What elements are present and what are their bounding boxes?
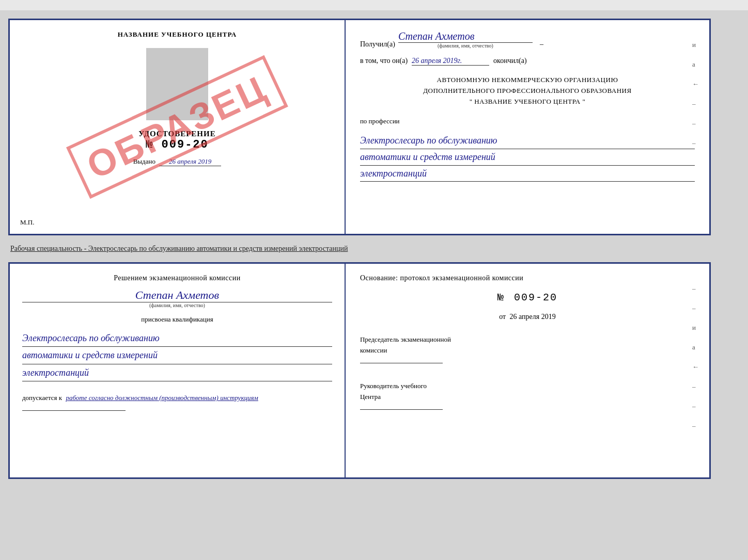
right-edge-marks: и а ← – – – xyxy=(692,41,699,147)
rukovoditel-line2: Центра xyxy=(360,392,695,403)
profession-block: Электрослесарь по обслуживанию автоматик… xyxy=(360,132,695,182)
org-line3: " НАЗВАНИЕ УЧЕБНОГО ЦЕНТРА " xyxy=(360,97,695,107)
mark-arrow: ← xyxy=(692,80,699,88)
mark-dash1: – xyxy=(692,100,699,108)
cert-date: 26 апреля 2019г. xyxy=(412,57,489,66)
predsedatel-line1: Председатель экзаменационной xyxy=(360,334,695,345)
komissia-title: Решением экзаменационной комиссии xyxy=(22,274,332,282)
right-edge-marks-bottom: – – и а ← – – – xyxy=(692,284,699,430)
signature-line-bottom-left xyxy=(22,410,126,411)
mark-dash2: – xyxy=(692,119,699,127)
dopuskaetsya-block: допускается к работе согласно должностны… xyxy=(22,394,332,402)
dash1: – xyxy=(540,40,543,49)
mark-dash-b5: – xyxy=(692,422,699,430)
prisvoena-text: присвоена квалификация xyxy=(22,315,332,324)
org-line2: ДОПОЛНИТЕЛЬНОГО ПРОФЕССИОНАЛЬНОГО ОБРАЗО… xyxy=(360,86,695,97)
fio-label-bottom: (фамилия, имя, отчество) xyxy=(149,302,205,308)
mark-a: а xyxy=(692,60,699,69)
okonchil-label: окончил(а) xyxy=(493,57,527,65)
fio-label-top: (фамилия, имя, отчество) xyxy=(438,43,493,49)
prof-line2: автоматики и средств измерений xyxy=(360,149,695,166)
org-block: АВТОНОМНУЮ НЕКОММЕРЧЕСКУЮ ОРГАНИЗАЦИЮ ДО… xyxy=(360,75,695,107)
mark-dash-b4: – xyxy=(692,402,699,410)
mark-dash-b2: – xyxy=(692,304,699,312)
issued-line: Выдано 26 апреля 2019 xyxy=(133,157,222,166)
rukovoditel-sig-line xyxy=(360,409,443,410)
ot-date: от 26 апреля 2019 xyxy=(360,313,695,321)
rukovoditel-line1: Руководитель учебного xyxy=(360,381,695,392)
mp-label: М.П. xyxy=(20,218,34,227)
mark-i: и xyxy=(692,41,699,49)
ot-date-val: 26 апреля 2019 xyxy=(510,313,556,321)
vtom-line: в том, что он(а) 26 апреля 2019г. окончи… xyxy=(360,57,695,66)
received-label: Получил(а) xyxy=(360,40,395,49)
qual-line1: Электрослесарь по обслуживанию xyxy=(22,330,332,347)
bottom-certificate: Решением экзаменационной комиссии Степан… xyxy=(8,262,711,479)
cert-bottom-right: Основание: протокол экзаменационной коми… xyxy=(346,264,709,477)
qual-line2: автоматики и средств измерений xyxy=(22,347,332,364)
udostoverenie-title: УДОСТОВЕРЕНИЕ xyxy=(138,130,216,138)
mark-a-b: а xyxy=(692,343,699,351)
vtom-label: в том, что он(а) xyxy=(360,57,408,65)
predsedatel-sig-line xyxy=(360,363,443,363)
issued-date: 26 апреля 2019 xyxy=(159,157,221,166)
dopuskaetsya-text: работе согласно должностным (производств… xyxy=(66,394,258,402)
qual-line3: электростанций xyxy=(22,364,332,381)
ot-prefix: от xyxy=(499,313,506,321)
mark-dash-b1: – xyxy=(692,284,699,293)
org-line1: АВТОНОМНУЮ НЕКОММЕРЧЕСКУЮ ОРГАНИЗАЦИЮ xyxy=(360,75,695,86)
mark-dash3: – xyxy=(692,139,699,147)
mark-dash-b3: – xyxy=(692,382,699,391)
school-name-top: НАЗВАНИЕ УЧЕБНОГО ЦЕНТРА xyxy=(118,30,237,39)
protocol-num: 009-20 xyxy=(514,292,557,303)
po-professii: по профессии xyxy=(360,117,695,125)
mark-arrow-b: ← xyxy=(692,363,699,371)
photo-placeholder xyxy=(146,48,208,120)
predsedatel-block: Председатель экзаменационной комиссии xyxy=(360,334,695,366)
cert-number: № 009-20 xyxy=(146,138,209,151)
qualification-block: Электрослесарь по обслуживанию автоматик… xyxy=(22,330,332,381)
mark-i-b: и xyxy=(692,324,699,332)
prof-line3: электростанций xyxy=(360,166,695,182)
spec-text: Рабочая специальность - Электрослесарь п… xyxy=(8,244,711,254)
protocol-prefix: № xyxy=(497,292,505,303)
received-name: Степан Ахметов xyxy=(398,30,533,43)
dopuskaetsya-prefix: допускается к xyxy=(22,394,62,402)
top-certificate: НАЗВАНИЕ УЧЕБНОГО ЦЕНТРА УДОСТОВЕРЕНИЕ №… xyxy=(8,19,711,235)
cert-top-right: Получил(а) Степан Ахметов (фамилия, имя,… xyxy=(346,20,709,234)
cert-bottom-left: Решением экзаменационной комиссии Степан… xyxy=(10,264,346,477)
osnovanie-text: Основание: протокол экзаменационной коми… xyxy=(360,274,695,282)
protocol-number: № 009-20 xyxy=(360,292,695,303)
cert-top-left: НАЗВАНИЕ УЧЕБНОГО ЦЕНТРА УДОСТОВЕРЕНИЕ №… xyxy=(10,20,346,234)
issued-label: Выдано xyxy=(133,157,155,165)
rukovoditel-block: Руководитель учебного Центра xyxy=(360,381,695,413)
person-name-bottom: Степан Ахметов xyxy=(22,289,332,302)
predsedatel-line2: комиссии xyxy=(360,345,695,356)
prof-line1: Электрослесарь по обслуживанию xyxy=(360,133,695,149)
received-line: Получил(а) Степан Ахметов (фамилия, имя,… xyxy=(360,30,695,49)
